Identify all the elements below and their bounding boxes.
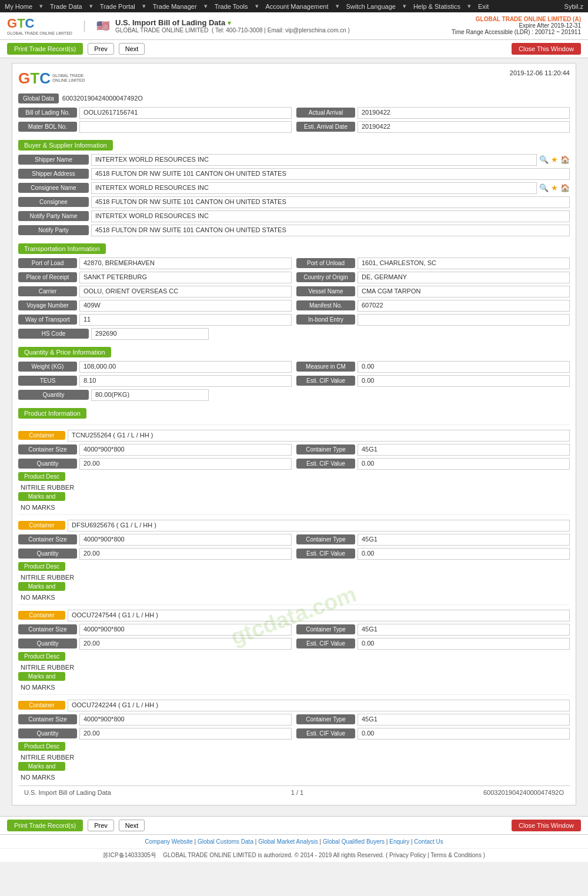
footer-link-company[interactable]: Company Website: [145, 838, 193, 845]
container4-product-value: NITRILE RUBBER: [18, 753, 570, 762]
shipper-home-icon[interactable]: 🏠: [560, 155, 570, 164]
footer-link-enquiry[interactable]: Enquiry: [389, 838, 409, 845]
next-button[interactable]: Next: [119, 43, 145, 55]
notify-party-value: 4518 FULTON DR NW SUITE 101 CANTON OH UN…: [91, 225, 570, 236]
hs-code-row: HS Code 292690: [18, 328, 570, 340]
esti-arrival-value: 20190422: [358, 121, 570, 133]
product-info-header: Product Information: [18, 408, 86, 419]
footer-link-buyers[interactable]: Global Qualified Buyers: [323, 838, 385, 845]
container3-row: Container OOCU7247544 ( G1 / L / HH ): [18, 610, 570, 621]
shipper-name-row: Shipper Name INTERTEX WORLD RESOURCES IN…: [18, 154, 570, 166]
footer-link-contact[interactable]: Contact Us: [414, 838, 443, 845]
container4-product: Product Desc NITRILE RUBBER: [18, 742, 570, 762]
weight-measure-row: Weight (KG) 108,000.00 Measure in CM 0.0…: [18, 361, 570, 373]
separator: |: [83, 19, 86, 32]
container-block-2: Container DFSU6925676 ( G1 / L / HH ) Co…: [18, 514, 570, 602]
bottom-print-button[interactable]: Print Trade Record(s): [7, 820, 83, 831]
container3-type-value: 45G1: [358, 624, 570, 636]
record-card: GTC GLOBAL TRADE ONLINE LIMITED 2019-12-…: [12, 63, 576, 805]
bottom-close-button[interactable]: Close This Window: [512, 820, 581, 831]
footer-links: Company Website | Global Customs Data | …: [0, 834, 588, 848]
container2-cif-label: Esti. CIF Value: [296, 549, 355, 559]
top-action-bar: Print Trade Record(s) Prev Next Close Th…: [0, 40, 588, 58]
notify-party-name-value: INTERTEX WORLD RESOURCES INC: [91, 210, 570, 222]
nav-trade-data[interactable]: Trade Data: [50, 3, 82, 10]
teus-cif-row: TEUS 8.10 Esti. CIF Value 0.00: [18, 375, 570, 387]
icp-number: 苏ICP备14033305号: [103, 852, 156, 858]
voyage-group: Voyage Number 409W: [18, 300, 292, 312]
record-datetime: 2019-12-06 11:20:44: [510, 69, 570, 76]
nav-help-statistics[interactable]: Help & Statistics: [413, 3, 460, 10]
country-origin-label: Country of Origin: [296, 272, 355, 282]
footer-link-customs[interactable]: Global Customs Data: [198, 838, 253, 845]
container4-marks-value: NO MARKS: [18, 773, 570, 782]
footer-link-market[interactable]: Global Market Analysis: [258, 838, 318, 845]
container4-size-label: Container Size: [18, 714, 77, 724]
nav-my-home[interactable]: My Home: [5, 3, 32, 10]
print-button[interactable]: Print Trade Record(s): [7, 43, 83, 55]
close-button[interactable]: Close This Window: [512, 43, 581, 55]
port-load-label: Port of Load: [18, 258, 77, 268]
container1-size-row: Container Size 4000*900*800 Container Ty…: [18, 444, 570, 456]
consignee-star-icon[interactable]: ★: [551, 183, 558, 192]
container4-qty-value: 20.00: [79, 728, 292, 740]
container2-marks-label: Marks and: [18, 582, 65, 591]
consignee-home-icon[interactable]: 🏠: [560, 183, 570, 192]
shipper-search-icon[interactable]: 🔍: [539, 155, 549, 164]
container3-size-group: Container Size 4000*900*800: [18, 624, 292, 636]
logo: GTC GLOBAL TRADE ONLINE LIMITED: [7, 16, 72, 36]
container3-qty-group: Quantity 20.00: [18, 638, 292, 650]
container1-type-label: Container Type: [296, 444, 355, 454]
port-load-unload-row: Port of Load 42870, BREMERHAVEN Port of …: [18, 258, 570, 269]
container4-value: OOCU7242244 ( G1 / L / HH ): [68, 700, 570, 711]
nav-items: My Home ▾ Trade Data ▾ Trade Portal ▾ Tr…: [5, 2, 489, 10]
nav-exit[interactable]: Exit: [478, 3, 489, 10]
container3-marks-value: NO MARKS: [18, 683, 570, 692]
master-bol-row: Mater BOL No. Esti. Arrival Date 2019042…: [18, 121, 570, 133]
container4-type-label: Container Type: [296, 714, 355, 724]
container3-cif-label: Esti. CIF Value: [296, 638, 355, 648]
quantity-row: Quantity 80.00(PKG): [18, 389, 570, 401]
actual-arrival-value: 20190422: [358, 107, 570, 119]
quantity-price-section: Quantity & Price Information Weight (KG)…: [18, 342, 570, 401]
container2-marks-value: NO MARKS: [18, 593, 570, 602]
bol-row: Bill of Lading No. OOLU2617156741 Actual…: [18, 107, 570, 119]
container4-cif-group: Esti. CIF Value 0.00: [296, 728, 570, 740]
bottom-prev-button[interactable]: Prev: [88, 820, 114, 831]
footer-record-id: 600320190424000047492O: [483, 789, 564, 796]
container3-type-label: Container Type: [296, 624, 355, 634]
container1-product-value: NITRILE RUBBER: [18, 483, 570, 492]
prev-button[interactable]: Prev: [88, 43, 114, 55]
container1-type-value: 45G1: [358, 444, 570, 456]
container3-size-label: Container Size: [18, 624, 77, 634]
container2-size-row: Container Size 4000*900*800 Container Ty…: [18, 534, 570, 546]
nav-trade-manager[interactable]: Trade Manager: [153, 3, 197, 10]
container2-product: Product Desc NITRILE RUBBER: [18, 562, 570, 582]
receipt-value: SANKT PETERBURG: [79, 272, 292, 283]
nav-trade-portal[interactable]: Trade Portal: [100, 3, 135, 10]
container2-size-label: Container Size: [18, 534, 77, 544]
shipper-star-icon[interactable]: ★: [551, 155, 558, 164]
container3-marks-label: Marks and: [18, 672, 65, 681]
container2-size-group: Container Size 4000*900*800: [18, 534, 292, 546]
consignee-search-icon[interactable]: 🔍: [539, 183, 549, 192]
container1-marks-value: NO MARKS: [18, 503, 570, 512]
container2-row: Container DFSU6925676 ( G1 / L / HH ): [18, 520, 570, 531]
bol-label: Bill of Lading No.: [18, 108, 77, 118]
container1-qty-row: Quantity 20.00 Esti. CIF Value 0.00: [18, 458, 570, 470]
container2-type-value: 45G1: [358, 534, 570, 546]
voyage-label: Voyage Number: [18, 300, 77, 310]
nav-switch-language[interactable]: Switch Language: [346, 3, 396, 10]
container4-marks-label: Marks and: [18, 762, 65, 771]
nav-account-management[interactable]: Account Management: [266, 3, 329, 10]
container2-product-label: Product Desc: [18, 562, 65, 571]
shipper-name-value: INTERTEX WORLD RESOURCES INC: [91, 154, 537, 166]
container1-label: Container: [18, 431, 65, 440]
container2-value: DFSU6925676 ( G1 / L / HH ): [68, 520, 570, 531]
nav-trade-tools[interactable]: Trade Tools: [215, 3, 248, 10]
master-bol-value: [79, 121, 292, 133]
port-load-group: Port of Load 42870, BREMERHAVEN: [18, 258, 292, 269]
copyright-text: GLOBAL TRADE ONLINE LIMITED is authorize…: [163, 852, 485, 858]
bottom-next-button[interactable]: Next: [119, 820, 145, 831]
container4-marks: Marks and NO MARKS: [18, 762, 570, 782]
